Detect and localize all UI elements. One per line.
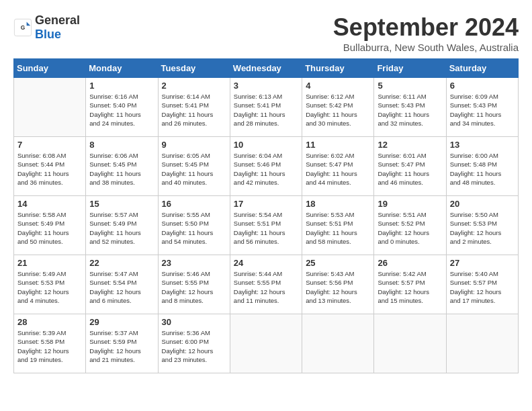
logo-general-text: General bbox=[35, 13, 80, 27]
day-info: Sunrise: 5:44 AM Sunset: 5:55 PM Dayligh… bbox=[234, 269, 298, 305]
day-number: 28 bbox=[17, 317, 82, 327]
day-number: 18 bbox=[306, 199, 370, 209]
day-info: Sunrise: 5:54 AM Sunset: 5:51 PM Dayligh… bbox=[234, 210, 298, 246]
day-number: 27 bbox=[450, 258, 515, 268]
day-info: Sunrise: 5:58 AM Sunset: 5:49 PM Dayligh… bbox=[17, 210, 82, 246]
day-number: 20 bbox=[450, 199, 515, 209]
header-sunday: Sunday bbox=[14, 59, 86, 78]
table-cell: 1Sunrise: 6:16 AM Sunset: 5:40 PM Daylig… bbox=[86, 78, 158, 137]
logo: G General Blue bbox=[13, 13, 80, 42]
day-number: 17 bbox=[234, 199, 298, 209]
table-cell: 3Sunrise: 6:13 AM Sunset: 5:41 PM Daylig… bbox=[230, 78, 302, 137]
day-number: 23 bbox=[162, 258, 226, 268]
svg-text:G: G bbox=[21, 24, 26, 31]
day-number: 6 bbox=[450, 81, 515, 91]
table-cell: 4Sunrise: 6:12 AM Sunset: 5:42 PM Daylig… bbox=[302, 78, 374, 137]
header-wednesday: Wednesday bbox=[230, 59, 302, 78]
table-cell: 8Sunrise: 6:06 AM Sunset: 5:45 PM Daylig… bbox=[86, 137, 158, 196]
day-number: 11 bbox=[306, 140, 370, 150]
day-number: 2 bbox=[162, 81, 226, 91]
day-number: 24 bbox=[234, 258, 298, 268]
calendar-row: 21Sunrise: 5:49 AM Sunset: 5:53 PM Dayli… bbox=[14, 255, 519, 314]
day-number: 16 bbox=[162, 199, 226, 209]
table-cell bbox=[374, 314, 446, 373]
table-cell: 25Sunrise: 5:43 AM Sunset: 5:56 PM Dayli… bbox=[302, 255, 374, 314]
day-number: 30 bbox=[162, 317, 226, 327]
calendar-row: 14Sunrise: 5:58 AM Sunset: 5:49 PM Dayli… bbox=[14, 196, 519, 255]
day-info: Sunrise: 5:55 AM Sunset: 5:50 PM Dayligh… bbox=[162, 210, 226, 246]
day-info: Sunrise: 5:37 AM Sunset: 5:59 PM Dayligh… bbox=[89, 328, 154, 364]
calendar-row: 7Sunrise: 6:08 AM Sunset: 5:44 PM Daylig… bbox=[14, 137, 519, 196]
day-info: Sunrise: 6:13 AM Sunset: 5:41 PM Dayligh… bbox=[234, 92, 298, 128]
header-friday: Friday bbox=[374, 59, 446, 78]
table-cell: 26Sunrise: 5:42 AM Sunset: 5:57 PM Dayli… bbox=[374, 255, 446, 314]
header-saturday: Saturday bbox=[446, 59, 518, 78]
day-number: 1 bbox=[89, 81, 154, 91]
title-block: September 2024 Bullaburra, New South Wal… bbox=[333, 13, 519, 53]
table-cell: 29Sunrise: 5:37 AM Sunset: 5:59 PM Dayli… bbox=[86, 314, 158, 373]
day-number: 22 bbox=[89, 258, 154, 268]
table-cell: 10Sunrise: 6:04 AM Sunset: 5:46 PM Dayli… bbox=[230, 137, 302, 196]
table-cell: 7Sunrise: 6:08 AM Sunset: 5:44 PM Daylig… bbox=[14, 137, 86, 196]
table-cell bbox=[302, 314, 374, 373]
calendar-row: 28Sunrise: 5:39 AM Sunset: 5:58 PM Dayli… bbox=[14, 314, 519, 373]
table-cell: 11Sunrise: 6:02 AM Sunset: 5:47 PM Dayli… bbox=[302, 137, 374, 196]
day-number: 7 bbox=[17, 140, 82, 150]
day-info: Sunrise: 6:06 AM Sunset: 5:45 PM Dayligh… bbox=[89, 151, 154, 187]
table-cell bbox=[230, 314, 302, 373]
day-info: Sunrise: 5:50 AM Sunset: 5:53 PM Dayligh… bbox=[450, 210, 515, 246]
table-cell: 28Sunrise: 5:39 AM Sunset: 5:58 PM Dayli… bbox=[14, 314, 86, 373]
day-info: Sunrise: 6:01 AM Sunset: 5:47 PM Dayligh… bbox=[378, 151, 442, 187]
day-number: 10 bbox=[234, 140, 298, 150]
day-number: 21 bbox=[17, 258, 82, 268]
location-text: Bullaburra, New South Wales, Australia bbox=[333, 42, 519, 53]
day-info: Sunrise: 5:36 AM Sunset: 6:00 PM Dayligh… bbox=[162, 328, 226, 364]
day-info: Sunrise: 5:51 AM Sunset: 5:52 PM Dayligh… bbox=[378, 210, 442, 246]
day-info: Sunrise: 5:47 AM Sunset: 5:54 PM Dayligh… bbox=[89, 269, 154, 305]
day-info: Sunrise: 6:08 AM Sunset: 5:44 PM Dayligh… bbox=[17, 151, 82, 187]
day-info: Sunrise: 5:57 AM Sunset: 5:49 PM Dayligh… bbox=[89, 210, 154, 246]
day-info: Sunrise: 6:12 AM Sunset: 5:42 PM Dayligh… bbox=[306, 92, 370, 128]
day-number: 3 bbox=[234, 81, 298, 91]
table-cell: 13Sunrise: 6:00 AM Sunset: 5:48 PM Dayli… bbox=[446, 137, 518, 196]
calendar-table: Sunday Monday Tuesday Wednesday Thursday… bbox=[13, 58, 519, 373]
calendar-row: 1Sunrise: 6:16 AM Sunset: 5:40 PM Daylig… bbox=[14, 78, 519, 137]
day-info: Sunrise: 5:46 AM Sunset: 5:55 PM Dayligh… bbox=[162, 269, 226, 305]
day-info: Sunrise: 5:39 AM Sunset: 5:58 PM Dayligh… bbox=[17, 328, 82, 364]
header-thursday: Thursday bbox=[302, 59, 374, 78]
day-number: 14 bbox=[17, 199, 82, 209]
day-number: 12 bbox=[378, 140, 442, 150]
table-cell: 2Sunrise: 6:14 AM Sunset: 5:41 PM Daylig… bbox=[158, 78, 230, 137]
day-number: 15 bbox=[89, 199, 154, 209]
day-info: Sunrise: 6:14 AM Sunset: 5:41 PM Dayligh… bbox=[162, 92, 226, 128]
table-cell: 22Sunrise: 5:47 AM Sunset: 5:54 PM Dayli… bbox=[86, 255, 158, 314]
logo-icon: G bbox=[13, 18, 32, 37]
day-info: Sunrise: 6:16 AM Sunset: 5:40 PM Dayligh… bbox=[89, 92, 154, 128]
day-info: Sunrise: 6:00 AM Sunset: 5:48 PM Dayligh… bbox=[450, 151, 515, 187]
table-cell: 6Sunrise: 6:09 AM Sunset: 5:43 PM Daylig… bbox=[446, 78, 518, 137]
day-info: Sunrise: 5:49 AM Sunset: 5:53 PM Dayligh… bbox=[17, 269, 82, 305]
table-cell: 5Sunrise: 6:11 AM Sunset: 5:43 PM Daylig… bbox=[374, 78, 446, 137]
day-number: 4 bbox=[306, 81, 370, 91]
table-cell bbox=[446, 314, 518, 373]
day-number: 9 bbox=[162, 140, 226, 150]
day-info: Sunrise: 6:04 AM Sunset: 5:46 PM Dayligh… bbox=[234, 151, 298, 187]
day-info: Sunrise: 5:53 AM Sunset: 5:51 PM Dayligh… bbox=[306, 210, 370, 246]
table-cell: 21Sunrise: 5:49 AM Sunset: 5:53 PM Dayli… bbox=[14, 255, 86, 314]
table-cell: 9Sunrise: 6:05 AM Sunset: 5:45 PM Daylig… bbox=[158, 137, 230, 196]
day-number: 29 bbox=[89, 317, 154, 327]
day-number: 5 bbox=[378, 81, 442, 91]
table-cell: 20Sunrise: 5:50 AM Sunset: 5:53 PM Dayli… bbox=[446, 196, 518, 255]
day-info: Sunrise: 5:40 AM Sunset: 5:57 PM Dayligh… bbox=[450, 269, 515, 305]
day-number: 19 bbox=[378, 199, 442, 209]
page-header: G General Blue September 2024 Bullaburra… bbox=[13, 13, 519, 53]
day-number: 8 bbox=[89, 140, 154, 150]
table-cell: 12Sunrise: 6:01 AM Sunset: 5:47 PM Dayli… bbox=[374, 137, 446, 196]
table-cell: 24Sunrise: 5:44 AM Sunset: 5:55 PM Dayli… bbox=[230, 255, 302, 314]
day-info: Sunrise: 5:42 AM Sunset: 5:57 PM Dayligh… bbox=[378, 269, 442, 305]
logo-blue-text: Blue bbox=[35, 28, 61, 41]
table-cell: 18Sunrise: 5:53 AM Sunset: 5:51 PM Dayli… bbox=[302, 196, 374, 255]
day-number: 25 bbox=[306, 258, 370, 268]
table-cell: 19Sunrise: 5:51 AM Sunset: 5:52 PM Dayli… bbox=[374, 196, 446, 255]
day-info: Sunrise: 6:05 AM Sunset: 5:45 PM Dayligh… bbox=[162, 151, 226, 187]
